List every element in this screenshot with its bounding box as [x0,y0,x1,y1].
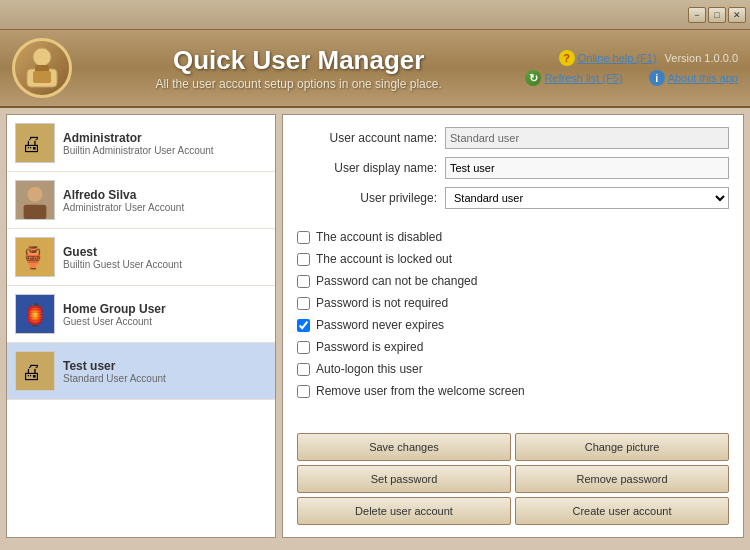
svg-text:🖨: 🖨 [21,360,42,383]
change-picture-button[interactable]: Change picture [515,433,729,461]
privilege-select[interactable]: Standard user Administrator Guest [445,187,729,209]
checkbox-account-locked: The account is locked out [297,251,729,267]
window-controls: − □ ✕ [688,7,746,23]
display-name-row: User display name: [297,157,729,179]
save-changes-button[interactable]: Save changes [297,433,511,461]
checkbox-pwd-not-required: Password is not required [297,295,729,311]
user-item-testuser[interactable]: 🖨 Test user Standard User Account [7,343,275,400]
maximize-button[interactable]: □ [708,7,726,23]
create-account-button[interactable]: Create user account [515,497,729,525]
remove-password-button[interactable]: Remove password [515,465,729,493]
svg-point-0 [33,48,51,66]
privilege-row: User privilege: Standard user Administra… [297,187,729,209]
checkbox-autologon-input[interactable] [297,363,310,376]
checkbox-autologon: Auto-logon this user [297,361,729,377]
user-desc-alfredo: Administrator User Account [63,202,184,213]
avatar-testuser: 🖨 [15,351,55,391]
user-list: 🖨 Administrator Builtin Administrator Us… [6,114,276,538]
user-info-homegroup: Home Group User Guest User Account [63,302,166,327]
checkbox-pwd-no-change-label: Password can not be changed [316,274,477,288]
refresh-icon: ↻ [525,70,541,86]
checkbox-pwd-expired-label: Password is expired [316,340,423,354]
set-password-button[interactable]: Set password [297,465,511,493]
checkbox-account-locked-input[interactable] [297,253,310,266]
checkbox-pwd-not-required-input[interactable] [297,297,310,310]
online-help-link[interactable]: Online help (F1) [578,52,657,64]
about-icon: i [649,70,665,86]
checkbox-pwd-never-expires-label: Password never expires [316,318,444,332]
display-name-label: User display name: [297,161,437,175]
user-desc-testuser: Standard User Account [63,373,166,384]
version-label: Version 1.0.0.0 [665,52,738,64]
about-link[interactable]: About this app [668,72,738,84]
checkbox-remove-welcome-label: Remove user from the welcome screen [316,384,525,398]
checkbox-pwd-no-change-input[interactable] [297,275,310,288]
app-logo [12,38,72,98]
close-button[interactable]: ✕ [728,7,746,23]
checkbox-account-disabled-label: The account is disabled [316,230,442,244]
minimize-button[interactable]: − [688,7,706,23]
checkbox-remove-welcome-input[interactable] [297,385,310,398]
avatar-homegroup: 🏮 [15,294,55,334]
user-detail-panel: User account name: User display name: Us… [282,114,744,538]
user-item-homegroup[interactable]: 🏮 Home Group User Guest User Account [7,286,275,343]
help-icon: ? [559,50,575,66]
checkbox-autologon-label: Auto-logon this user [316,362,423,376]
svg-point-7 [27,187,42,202]
checkbox-pwd-never-expires: Password never expires [297,317,729,333]
checkbox-account-disabled-input[interactable] [297,231,310,244]
svg-text:🏮: 🏮 [22,302,49,328]
user-name-testuser: Test user [63,359,166,373]
user-info-administrator: Administrator Builtin Administrator User… [63,131,214,156]
user-desc-guest: Builtin Guest User Account [63,259,182,270]
checkbox-account-disabled: The account is disabled [297,229,729,245]
user-name-administrator: Administrator [63,131,214,145]
user-item-administrator[interactable]: 🖨 Administrator Builtin Administrator Us… [7,115,275,172]
checkbox-pwd-not-required-label: Password is not required [316,296,448,310]
user-info-testuser: Test user Standard User Account [63,359,166,384]
header-links: ? Online help (F1) Version 1.0.0.0 ↻ Ref… [525,50,738,86]
user-name-alfredo: Alfredo Silva [63,188,184,202]
svg-text:🏺: 🏺 [20,245,47,271]
svg-rect-8 [24,205,47,219]
delete-account-button[interactable]: Delete user account [297,497,511,525]
avatar-alfredo [15,180,55,220]
checkbox-account-locked-label: The account is locked out [316,252,452,266]
account-name-label: User account name: [297,131,437,145]
user-desc-homegroup: Guest User Account [63,316,166,327]
user-item-alfredo[interactable]: Alfredo Silva Administrator User Account [7,172,275,229]
avatar-administrator: 🖨 [15,123,55,163]
main-content: 🖨 Administrator Builtin Administrator Us… [0,108,750,544]
action-buttons: Save changes Change picture Set password… [297,433,729,525]
account-name-input[interactable] [445,127,729,149]
avatar-guest: 🏺 [15,237,55,277]
app-subtitle: All the user account setup options in on… [82,77,515,91]
app-title: Quick User Manager [82,45,515,76]
svg-text:🖨: 🖨 [21,132,42,155]
title-bar: − □ ✕ [0,0,750,30]
user-desc-administrator: Builtin Administrator User Account [63,145,214,156]
checkbox-pwd-no-change: Password can not be changed [297,273,729,289]
account-name-row: User account name: [297,127,729,149]
checkbox-pwd-never-expires-input[interactable] [297,319,310,332]
privilege-label: User privilege: [297,191,437,205]
refresh-link[interactable]: Refresh list (F5) [544,72,622,84]
app-title-block: Quick User Manager All the user account … [82,45,515,90]
svg-rect-3 [33,71,51,83]
checkbox-pwd-expired-input[interactable] [297,341,310,354]
user-item-guest[interactable]: 🏺 Guest Builtin Guest User Account [7,229,275,286]
checkbox-pwd-expired: Password is expired [297,339,729,355]
app-header: Quick User Manager All the user account … [0,30,750,108]
checkbox-remove-welcome: Remove user from the welcome screen [297,383,729,399]
user-info-alfredo: Alfredo Silva Administrator User Account [63,188,184,213]
user-info-guest: Guest Builtin Guest User Account [63,245,182,270]
display-name-input[interactable] [445,157,729,179]
user-name-homegroup: Home Group User [63,302,166,316]
user-name-guest: Guest [63,245,182,259]
